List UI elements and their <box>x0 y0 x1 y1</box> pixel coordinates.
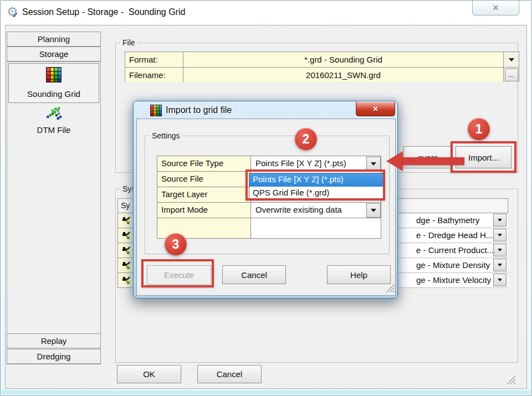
session-setup-icon: ⚙ ✓ <box>7 4 21 20</box>
target-layer-label: Target Layer <box>161 189 207 199</box>
chevron-down-icon <box>498 234 502 236</box>
sidebar-item-storage[interactable]: Storage <box>7 47 101 61</box>
filename-label: Filename: <box>125 68 183 82</box>
layer-dropdown-button[interactable] <box>493 274 507 286</box>
window-title: Session Setup - Storage - Sounding Grid <box>22 7 185 17</box>
import-mode-label: Import Mode <box>161 205 208 214</box>
format-dropdown-button[interactable] <box>503 52 519 67</box>
resize-grip[interactable] <box>506 375 516 385</box>
help-button[interactable]: Help <box>327 265 391 284</box>
browse-button[interactable]: ... <box>505 69 518 81</box>
layer-icon-cell <box>118 258 134 273</box>
filename-value[interactable]: 20160211_SWN.grd <box>183 68 503 82</box>
replay-label: Replay <box>41 336 67 346</box>
layer-value: e - Dredge Head H... <box>416 230 493 240</box>
format-row: Format: *.grd - Sounding Grid <box>125 52 519 67</box>
dredging-label: Dredging <box>37 352 71 361</box>
help-label: Help <box>350 270 367 280</box>
dialog-title: Import to grid file <box>166 105 232 115</box>
sidebar-item-dtm-file[interactable]: DTM File <box>8 104 99 138</box>
dtm-file-label: DTM File <box>8 125 99 135</box>
dredge-icon <box>121 245 131 255</box>
filename-browse-cell: ... <box>503 68 519 82</box>
source-file-type-label: Source File Type <box>161 158 223 168</box>
chevron-down-icon <box>371 162 376 166</box>
window-bottom-accent <box>2 390 530 394</box>
dredge-icon <box>121 230 131 240</box>
step-1-badge: 1 <box>468 118 490 140</box>
dialog-cancel-button[interactable]: Cancel <box>222 265 286 284</box>
layer-value: e - Current Product... <box>416 245 494 255</box>
dredge-icon <box>121 275 131 285</box>
layer-icon-cell <box>118 243 134 258</box>
step-2-badge: 2 <box>295 128 317 150</box>
layer-value: ge - Mixture Velocity <box>416 275 491 285</box>
dredge-icon <box>121 215 131 225</box>
dialog-close-button[interactable]: × <box>356 102 395 116</box>
chevron-down-icon <box>371 209 376 212</box>
planning-label: Planning <box>38 34 70 44</box>
layer-dropdown-button[interactable] <box>493 259 507 271</box>
dialog-cancel-label: Cancel <box>241 270 267 280</box>
highlight-execute-button <box>141 259 214 287</box>
import-mode-combobox[interactable]: Overwrite exisiting data <box>252 203 381 218</box>
source-file-type-combobox[interactable]: Points File [X Y Z] (*.pts) <box>252 156 381 171</box>
filename-row: Filename: 20160211_SWN.grd ... <box>125 67 519 82</box>
layer-value: ge - Mixture Density <box>416 260 490 270</box>
file-group-label: File <box>120 38 137 47</box>
layer-icon-cell <box>118 273 134 288</box>
import-mode-dropdown-button[interactable] <box>366 203 381 218</box>
annotation-arrow-icon <box>386 151 403 171</box>
sidebar-item-replay[interactable]: Replay <box>7 333 101 348</box>
highlight-droplist <box>245 169 385 200</box>
chevron-down-icon <box>509 58 514 61</box>
sounding-grid-icon <box>46 67 62 85</box>
sidebar-item-planning[interactable]: Planning <box>7 32 101 47</box>
storage-label: Storage <box>39 49 69 59</box>
window-close-button[interactable]: × <box>472 1 519 16</box>
sidebar-item-dredging[interactable]: Dredging <box>7 349 101 364</box>
cancel-label: Cancel <box>217 369 243 379</box>
layer-icon-cell <box>118 228 134 243</box>
dtm-file-icon <box>44 105 63 125</box>
check-icon: ✓ <box>12 11 18 19</box>
import-mode-row: Import Mode Overwrite exisiting data <box>157 203 381 218</box>
ok-button[interactable]: OK <box>117 365 181 383</box>
sidebar-item-sounding-grid[interactable]: Sounding Grid <box>8 63 99 103</box>
file-table: Format: *.grd - Sounding Grid Filename: … <box>125 52 519 82</box>
layer-value: dge - Bathymetry <box>416 215 479 225</box>
dialog-resize-grip[interactable] <box>385 283 395 293</box>
ok-label: OK <box>143 369 155 379</box>
layer-dropdown-button[interactable] <box>493 229 507 241</box>
dredge-icon <box>121 260 131 270</box>
annotation-arrow-body <box>403 157 464 165</box>
cancel-button[interactable]: Cancel <box>197 365 262 383</box>
step-3-badge: 3 <box>165 233 187 255</box>
source-file-label: Source File <box>161 174 203 183</box>
layer-dropdown-button[interactable] <box>493 214 507 227</box>
chevron-down-icon <box>498 264 502 266</box>
chevron-down-icon <box>498 279 502 281</box>
layer-dropdown-button[interactable] <box>493 244 507 256</box>
layer-icon-cell <box>118 213 134 228</box>
settings-group-label: Settings <box>150 131 182 140</box>
grid-file-icon <box>150 105 162 119</box>
format-value[interactable]: *.grd - Sounding Grid <box>183 52 503 67</box>
close-icon: × <box>493 2 499 14</box>
chevron-down-icon <box>498 249 502 251</box>
sounding-grid-label: Sounding Grid <box>9 89 99 99</box>
chevron-down-icon <box>498 219 502 222</box>
format-label: Format: <box>125 52 183 67</box>
close-icon: × <box>373 104 378 114</box>
